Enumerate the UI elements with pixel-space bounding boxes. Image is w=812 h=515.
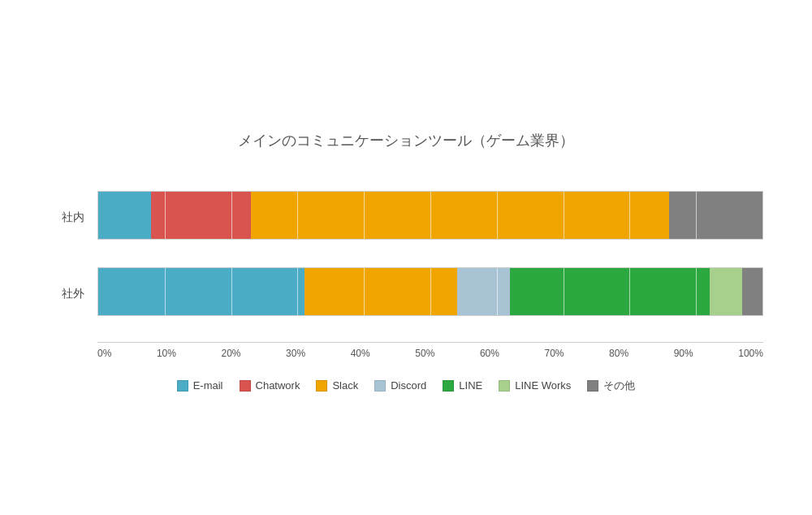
bar-segment-LINE Works [710, 268, 743, 315]
bar-segment-LINE [510, 268, 709, 315]
axis-label: 50% [415, 348, 434, 359]
legend-item-Slack: Slack [316, 379, 358, 393]
legend-label: その他 [603, 379, 635, 393]
legend: E-mailChatworkSlackDiscordLINELINE Works… [49, 379, 763, 393]
legend-label: LINE Works [515, 379, 571, 392]
axis-label: 100% [738, 348, 763, 359]
legend-item-その他: その他 [587, 379, 635, 393]
legend-label: Slack [332, 379, 358, 392]
axis-label: 90% [674, 348, 693, 359]
axis-label: 60% [480, 348, 499, 359]
legend-label: Chatwork [256, 379, 300, 392]
legend-swatch [499, 380, 510, 392]
legend-item-LINE: LINE [443, 379, 482, 393]
axis-label: 0% [97, 348, 111, 359]
legend-swatch [443, 380, 454, 392]
bar-label-shagai: 社外 [49, 287, 97, 301]
chart-container: メインのコミュニケーションツール（ゲーム業界） 社内 社外 0%10%20%30… [32, 106, 780, 409]
legend-swatch [374, 380, 386, 392]
chart-title: メインのコミュニケーションツール（ゲーム業界） [49, 131, 763, 150]
axis-area: 0%10%20%30%40%50%60%70%80%90%100% [97, 342, 763, 359]
legend-item-Discord: Discord [374, 379, 426, 393]
legend-swatch [240, 380, 251, 392]
axis-label: 70% [544, 348, 564, 359]
bar-segment-E-mail [98, 192, 151, 239]
legend-item-LINE Works: LINE Works [499, 379, 571, 393]
bar-label-shanai: 社内 [49, 210, 97, 225]
axis-label: 40% [351, 348, 370, 359]
axis-labels: 0%10%20%30%40%50%60%70%80%90%100% [97, 343, 763, 359]
chart-area: 社内 社外 [49, 183, 763, 335]
bar-segment-Slack [251, 192, 669, 239]
legend-label: Discord [391, 379, 426, 392]
bar-segment-Slack [304, 268, 457, 315]
axis-label: 20% [222, 348, 241, 359]
bar-segment-その他 [742, 268, 762, 315]
legend-label: E-mail [193, 379, 223, 392]
legend-item-E-mail: E-mail [177, 379, 223, 393]
legend-label: LINE [459, 379, 482, 392]
bar-row-shagai: 社外 [49, 259, 763, 329]
bar-segment-Chatwork [151, 192, 251, 239]
bar-shanai [97, 191, 763, 240]
legend-swatch [587, 380, 598, 392]
bar-segment-Discord [457, 268, 510, 315]
legend-swatch [177, 380, 188, 392]
axis-label: 30% [286, 348, 305, 359]
legend-swatch [316, 380, 327, 392]
bar-row-shanai: 社内 [49, 183, 763, 253]
bar-shagai [97, 267, 763, 316]
axis-label: 80% [609, 348, 628, 359]
axis-label: 10% [157, 348, 176, 359]
legend-item-Chatwork: Chatwork [240, 379, 300, 393]
bar-segment-E-mail [98, 268, 304, 315]
bar-segment-その他 [669, 192, 762, 239]
